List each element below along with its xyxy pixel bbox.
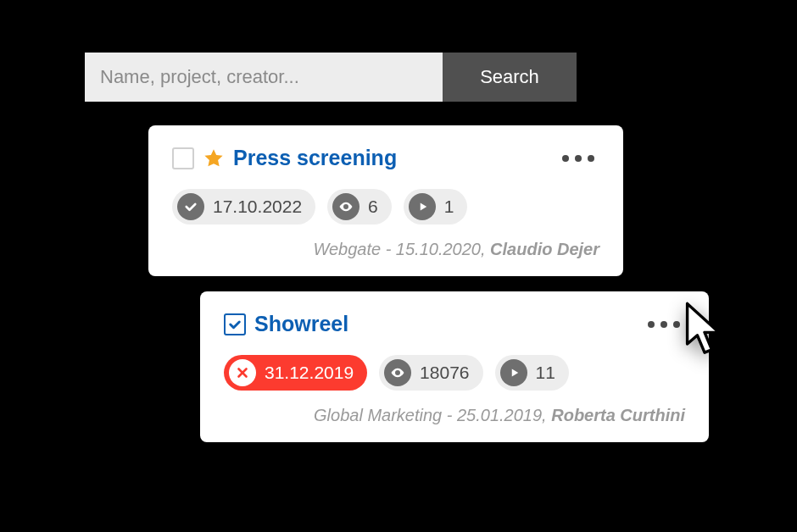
search-bar: Search xyxy=(85,53,577,102)
meta-project: Global Marketing xyxy=(314,406,442,424)
plays-count: 11 xyxy=(536,363,555,383)
status-chip: 31.12.2019 xyxy=(224,355,367,391)
x-circle-icon xyxy=(229,359,256,386)
dots-icon xyxy=(648,321,655,328)
card-header: Showreel xyxy=(224,312,685,336)
meta-comma: , xyxy=(542,406,551,424)
search-button[interactable]: Search xyxy=(443,53,577,102)
card-title[interactable]: Press screening xyxy=(233,146,397,170)
eye-icon xyxy=(332,193,359,220)
meta-creator: Roberta Curthini xyxy=(551,406,685,424)
project-card: Press screening 17.10.2022 6 1 Webga xyxy=(148,125,623,276)
meta-comma: , xyxy=(481,240,490,258)
plays-chip: 1 xyxy=(404,189,468,224)
card-header: Press screening xyxy=(172,146,599,170)
play-icon xyxy=(500,359,527,386)
status-date: 31.12.2019 xyxy=(265,363,354,383)
meta-sep: - xyxy=(386,240,396,258)
views-count: 6 xyxy=(368,197,378,217)
card-title[interactable]: Showreel xyxy=(254,312,348,336)
status-date: 17.10.2022 xyxy=(213,197,302,217)
select-checkbox[interactable] xyxy=(224,313,246,335)
meta-sep: - xyxy=(447,406,457,424)
svg-marker-5 xyxy=(511,369,518,377)
dots-icon xyxy=(588,155,594,162)
project-card: Showreel 31.12.2019 18076 11 Global xyxy=(200,291,709,442)
views-chip: 6 xyxy=(327,189,392,224)
more-menu[interactable] xyxy=(643,316,685,333)
plays-chip: 11 xyxy=(495,355,569,391)
eye-icon xyxy=(384,359,411,386)
dots-icon xyxy=(575,155,582,162)
chip-row: 31.12.2019 18076 11 xyxy=(224,355,685,391)
dots-icon xyxy=(660,321,667,328)
checkmark-icon xyxy=(227,317,242,332)
select-checkbox[interactable] xyxy=(172,147,194,169)
dots-icon xyxy=(673,321,680,328)
status-chip: 17.10.2022 xyxy=(172,189,315,224)
play-icon xyxy=(409,193,436,220)
svg-marker-1 xyxy=(421,203,427,211)
card-meta: Webgate - 15.10.2020, Claudio Dejer xyxy=(172,240,599,259)
views-chip: 18076 xyxy=(379,355,482,391)
check-circle-icon xyxy=(177,193,204,220)
plays-count: 1 xyxy=(444,197,454,217)
svg-point-4 xyxy=(397,372,399,374)
chip-row: 17.10.2022 6 1 xyxy=(172,189,599,224)
meta-date: 25.01.2019 xyxy=(457,406,542,424)
search-input[interactable] xyxy=(85,53,443,102)
dots-icon xyxy=(562,155,569,162)
meta-date: 15.10.2020 xyxy=(396,240,481,258)
star-icon xyxy=(203,147,225,169)
svg-point-0 xyxy=(345,206,348,208)
views-count: 18076 xyxy=(420,363,469,383)
meta-creator: Claudio Dejer xyxy=(490,240,599,258)
meta-project: Webgate xyxy=(313,240,381,258)
card-meta: Global Marketing - 25.01.2019, Roberta C… xyxy=(224,406,685,425)
more-menu[interactable] xyxy=(557,150,599,167)
